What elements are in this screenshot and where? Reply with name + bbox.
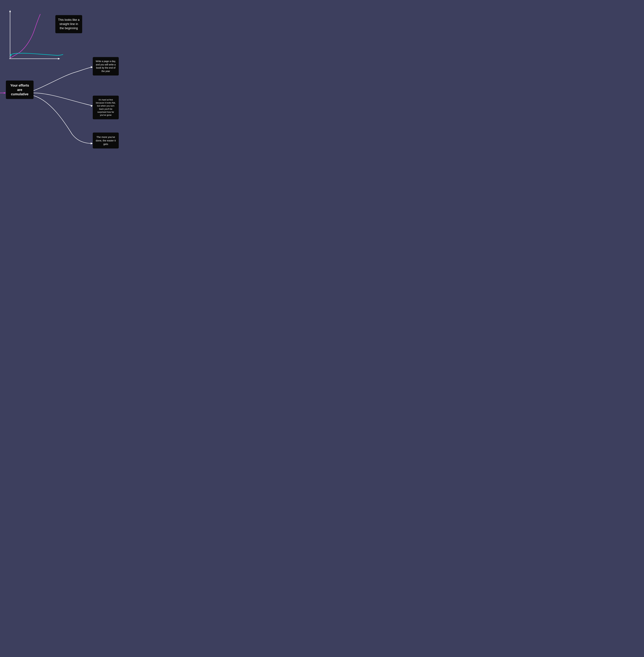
svg-marker-7 (91, 66, 93, 68)
efforts-text: Your efforts are cumulative (10, 84, 29, 96)
svg-marker-1 (9, 10, 11, 12)
hard-at-first-card: It's hard at first because it looks flat… (93, 96, 119, 119)
more-youve-done-card: The more you've done, the easier it gets (93, 133, 119, 149)
more-youve-done-text: The more you've done, the easier it gets (96, 136, 116, 145)
straight-line-card: This looks like a straight line in the b… (55, 15, 82, 33)
svg-marker-8 (91, 105, 93, 107)
straight-line-text: This looks like a straight line in the b… (58, 18, 79, 30)
page-a-day-text: Write a page a day, and you will write a… (96, 60, 116, 72)
svg-marker-3 (58, 58, 60, 60)
efforts-card: Your efforts are cumulative (6, 81, 33, 99)
svg-marker-6 (4, 92, 6, 94)
hard-at-first-text: It's hard at first because it looks flat… (96, 98, 116, 116)
page-a-day-card: Write a page a day, and you will write a… (93, 57, 119, 75)
svg-marker-4 (9, 54, 12, 56)
svg-marker-9 (91, 142, 93, 144)
